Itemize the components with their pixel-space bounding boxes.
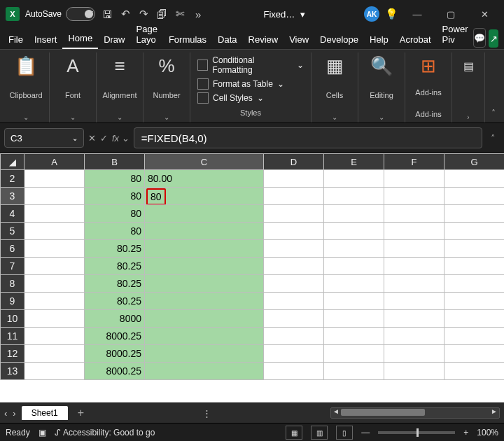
- cell[interactable]: [444, 310, 505, 328]
- menu-view[interactable]: View: [284, 31, 314, 49]
- cell[interactable]: [384, 188, 444, 205]
- cell[interactable]: 80.25: [85, 275, 145, 293]
- cell[interactable]: [384, 275, 444, 293]
- cell[interactable]: [264, 275, 324, 293]
- select-all-corner[interactable]: ◢: [1, 154, 24, 170]
- cell[interactable]: [324, 223, 384, 240]
- comments-button[interactable]: 💬: [473, 28, 486, 48]
- ribbon-editing[interactable]: 🔍 Editing ⌄: [358, 52, 405, 122]
- cell[interactable]: [324, 310, 384, 328]
- col-header[interactable]: A: [24, 154, 85, 170]
- prev-sheet-button[interactable]: ‹: [4, 408, 7, 419]
- cell[interactable]: [444, 223, 505, 240]
- close-button[interactable]: ✕: [470, 4, 498, 24]
- cell[interactable]: [264, 328, 324, 345]
- tab-options-icon[interactable]: ⋮: [202, 408, 211, 419]
- row-header[interactable]: 2: [1, 170, 24, 188]
- cell[interactable]: [444, 345, 505, 363]
- undo-icon[interactable]: ↶: [119, 8, 132, 20]
- share-button[interactable]: ↗: [489, 29, 498, 48]
- row-header[interactable]: 4: [1, 205, 24, 223]
- cell[interactable]: [324, 205, 384, 223]
- col-header[interactable]: G: [444, 154, 505, 170]
- cell[interactable]: [444, 205, 505, 223]
- row-header[interactable]: 3: [1, 188, 24, 205]
- row-header[interactable]: 10: [1, 310, 24, 328]
- cell[interactable]: [145, 363, 264, 380]
- ribbon-alignment[interactable]: ≡ Alignment ⌄: [97, 52, 144, 122]
- cell-styles-button[interactable]: Cell Styles ⌄: [197, 92, 264, 104]
- cell[interactable]: 80.00: [145, 170, 264, 188]
- fx-icon[interactable]: fx ⌄: [112, 133, 130, 144]
- cell[interactable]: [384, 345, 444, 363]
- cell[interactable]: [444, 240, 505, 258]
- ribbon-addins[interactable]: ⊞ Add-ins Add-ins: [405, 52, 452, 122]
- cell[interactable]: [24, 223, 85, 240]
- zoom-slider[interactable]: [378, 431, 455, 434]
- chevron-down-icon[interactable]: ⌄: [23, 113, 29, 121]
- cell[interactable]: 80: [85, 205, 145, 223]
- cell[interactable]: [444, 275, 505, 293]
- cell[interactable]: [24, 328, 85, 345]
- cell[interactable]: [24, 240, 85, 258]
- worksheet-grid[interactable]: ◢ A B C D E F G 28080.0038080480580680.2…: [0, 153, 504, 402]
- format-as-table-button[interactable]: Format as Table ⌄: [197, 78, 284, 90]
- cell[interactable]: [384, 310, 444, 328]
- chevron-down-icon[interactable]: ⌄: [164, 113, 169, 121]
- col-header[interactable]: E: [324, 154, 384, 170]
- cell[interactable]: [444, 188, 505, 205]
- cell[interactable]: [145, 223, 264, 240]
- cell[interactable]: [24, 188, 85, 205]
- menu-review[interactable]: Review: [243, 31, 284, 49]
- cell[interactable]: [324, 363, 384, 380]
- cell[interactable]: [264, 345, 324, 363]
- row-header[interactable]: 6: [1, 240, 24, 258]
- collapse-ribbon-button[interactable]: ˄: [485, 52, 501, 122]
- cell[interactable]: [324, 275, 384, 293]
- menu-developer[interactable]: Develope: [314, 31, 364, 49]
- menu-draw[interactable]: Draw: [98, 31, 130, 49]
- ribbon-clipboard[interactable]: 📋 Clipboard ⌄: [3, 52, 50, 122]
- sheet-tab[interactable]: Sheet1: [22, 406, 68, 420]
- chevron-down-icon[interactable]: ⌄: [72, 134, 78, 142]
- cell[interactable]: [324, 188, 384, 205]
- cell[interactable]: 80.25: [85, 240, 145, 258]
- quick-icon[interactable]: 🗐: [155, 8, 168, 20]
- row-header[interactable]: 9: [1, 293, 24, 310]
- row-header[interactable]: 13: [1, 363, 24, 380]
- autosave[interactable]: AutoSave Off: [25, 7, 95, 21]
- ribbon-cells[interactable]: ▦ Cells ⌄: [312, 52, 358, 122]
- cell[interactable]: [264, 223, 324, 240]
- cell[interactable]: [24, 258, 85, 275]
- cell[interactable]: 8000: [85, 310, 145, 328]
- menu-formulas[interactable]: Formulas: [163, 31, 212, 49]
- cell[interactable]: 80: [85, 170, 145, 188]
- cell[interactable]: [24, 170, 85, 188]
- col-header[interactable]: C: [145, 154, 264, 170]
- cancel-formula-icon[interactable]: ✕: [88, 133, 96, 144]
- cell[interactable]: [145, 258, 264, 275]
- cell[interactable]: 8000.25: [85, 328, 145, 345]
- new-sheet-button[interactable]: +: [74, 407, 88, 419]
- chevron-right-icon[interactable]: ›: [467, 113, 469, 121]
- cell[interactable]: [264, 205, 324, 223]
- cell[interactable]: [264, 170, 324, 188]
- cell[interactable]: [444, 258, 505, 275]
- cell[interactable]: [444, 170, 505, 188]
- formula-input[interactable]: =FIXED(B4,0): [134, 127, 482, 148]
- cell[interactable]: [324, 170, 384, 188]
- cell[interactable]: [444, 328, 505, 345]
- accept-formula-icon[interactable]: ✓: [100, 133, 108, 144]
- minimize-button[interactable]: —: [403, 4, 431, 24]
- cell[interactable]: [264, 188, 324, 205]
- cell[interactable]: 80: [85, 188, 145, 205]
- expand-formula-bar-icon[interactable]: ˄: [486, 133, 500, 144]
- cell[interactable]: 80: [85, 223, 145, 240]
- cell[interactable]: [24, 310, 85, 328]
- cell[interactable]: [324, 258, 384, 275]
- col-header[interactable]: D: [264, 154, 324, 170]
- row-header[interactable]: 11: [1, 328, 24, 345]
- zoom-in-button[interactable]: +: [463, 428, 468, 438]
- chevron-down-icon[interactable]: ⌄: [332, 113, 337, 121]
- save-icon[interactable]: 🖫: [101, 8, 113, 20]
